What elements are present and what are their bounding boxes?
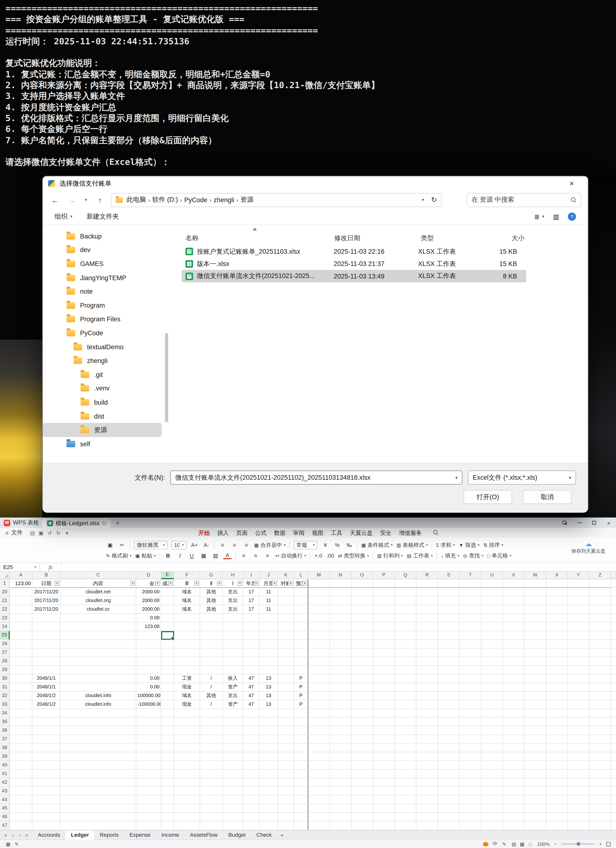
- cell-V33[interactable]: [503, 700, 524, 709]
- cell-Q35[interactable]: [395, 718, 416, 726]
- cell-N30[interactable]: [330, 675, 352, 683]
- cell-F27[interactable]: [174, 648, 200, 657]
- input-mode-icon[interactable]: 中: [492, 841, 498, 848]
- cell-D29[interactable]: [136, 666, 161, 675]
- cell-B42[interactable]: [33, 778, 61, 787]
- cell-F26[interactable]: [174, 640, 200, 648]
- cell-I40[interactable]: [243, 761, 259, 769]
- col-header-G[interactable]: G: [200, 572, 223, 579]
- cell-M38[interactable]: [308, 744, 330, 752]
- menu-开始[interactable]: 开始: [195, 528, 214, 538]
- cell-I45[interactable]: [243, 804, 259, 813]
- cell-J39[interactable]: [260, 752, 278, 761]
- cell-D21[interactable]: 2000.00: [136, 596, 161, 605]
- cell-K45[interactable]: [278, 804, 294, 813]
- cell-V22[interactable]: [503, 605, 524, 614]
- font-size-combo[interactable]: 10▾: [171, 541, 187, 549]
- cell-C35[interactable]: [61, 718, 136, 726]
- cell-D41[interactable]: [136, 769, 161, 778]
- filter-dropdown-icon[interactable]: ▾: [168, 581, 173, 586]
- menu-插入[interactable]: 插入: [213, 528, 232, 538]
- cell-W23[interactable]: [524, 614, 546, 623]
- cell-F44[interactable]: [174, 796, 200, 804]
- cell-W44[interactable]: [524, 796, 546, 804]
- cell-O30[interactable]: [352, 675, 373, 683]
- row-header-37[interactable]: 37: [0, 735, 10, 744]
- cell-Z37[interactable]: [589, 735, 611, 744]
- breadcrumb-item[interactable]: 此电脑: [125, 195, 147, 205]
- cell-G28[interactable]: [200, 657, 223, 666]
- col-header-O[interactable]: O: [352, 572, 373, 579]
- cell-I20[interactable]: 17: [243, 588, 259, 596]
- merge-center-button[interactable]: ▦合并居中▾: [254, 541, 285, 549]
- cell-C30[interactable]: [61, 675, 136, 683]
- filter-dropdown-icon[interactable]: ▾: [55, 581, 59, 586]
- forward-button[interactable]: →: [66, 196, 78, 204]
- cell-Q30[interactable]: [395, 675, 416, 683]
- cloud-save-button[interactable]: ☁ 保存到天翼云盘: [569, 540, 608, 555]
- cell-O20[interactable]: [352, 588, 373, 596]
- cell-Z20[interactable]: [589, 588, 611, 596]
- align-bottom-icon[interactable]: ≡: [242, 542, 250, 548]
- cell-B35[interactable]: [33, 718, 61, 726]
- cell-I21[interactable]: 17: [243, 596, 259, 605]
- new-folder-button[interactable]: 新建文件夹: [87, 212, 119, 221]
- cell-P33[interactable]: [373, 700, 395, 709]
- cell-D43[interactable]: [136, 787, 161, 796]
- cell-O26[interactable]: [352, 640, 373, 648]
- cell-J35[interactable]: [260, 718, 278, 726]
- cell-B28[interactable]: [33, 657, 61, 666]
- cell-Y39[interactable]: [568, 752, 589, 761]
- increase-font-icon[interactable]: A+: [190, 542, 198, 548]
- cell-C42[interactable]: [61, 778, 136, 787]
- cell-R27[interactable]: [416, 648, 438, 657]
- cell-L38[interactable]: [294, 744, 308, 752]
- macro-record-icon[interactable]: ✎: [14, 841, 19, 847]
- cell-N44[interactable]: [330, 796, 352, 804]
- cell-O36[interactable]: [352, 726, 373, 735]
- cell-P34[interactable]: [373, 709, 395, 718]
- cell-S41[interactable]: [438, 769, 460, 778]
- cell-V29[interactable]: [503, 666, 524, 675]
- row-header-25[interactable]: 25: [0, 631, 10, 640]
- help-button[interactable]: ?: [568, 212, 576, 221]
- cell-M37[interactable]: [308, 735, 330, 744]
- cell-A45[interactable]: [10, 804, 32, 813]
- cell-W33[interactable]: [524, 700, 546, 709]
- cell-K1[interactable]: 对账▾: [278, 579, 294, 588]
- cell-D35[interactable]: [136, 718, 161, 726]
- cell-L22[interactable]: [294, 605, 308, 614]
- cell-C28[interactable]: [61, 657, 136, 666]
- layout-switch-button[interactable]: [558, 517, 572, 528]
- cell-H33[interactable]: 资产: [223, 700, 243, 709]
- col-header-H[interactable]: H: [223, 572, 243, 579]
- cell-I32[interactable]: 47: [243, 692, 259, 700]
- cell-R29[interactable]: [416, 666, 438, 675]
- cell-P1[interactable]: [373, 579, 395, 588]
- back-button[interactable]: ←: [49, 196, 61, 204]
- cell-S31[interactable]: [438, 683, 460, 692]
- cell-L25[interactable]: [294, 631, 308, 640]
- cell-V45[interactable]: [503, 804, 524, 813]
- cell-N26[interactable]: [330, 640, 352, 648]
- cell-U34[interactable]: [481, 709, 503, 718]
- cell-O33[interactable]: [352, 700, 373, 709]
- cell-G35[interactable]: [200, 718, 223, 726]
- cell-F42[interactable]: [174, 778, 200, 787]
- cell-Z33[interactable]: [589, 700, 611, 709]
- cell-T39[interactable]: [460, 752, 481, 761]
- cell-R24[interactable]: [416, 623, 438, 631]
- cell-Q34[interactable]: [395, 709, 416, 718]
- cell-V46[interactable]: [503, 813, 524, 821]
- cell-E30[interactable]: [161, 675, 174, 683]
- cell-M23[interactable]: [308, 614, 330, 623]
- sum-button[interactable]: Σ求和▾: [436, 541, 455, 549]
- align-middle-icon[interactable]: ≡: [230, 542, 238, 548]
- tree-scrollbar[interactable]: [164, 225, 169, 463]
- cell-P24[interactable]: [373, 623, 395, 631]
- row-header-39[interactable]: 39: [0, 752, 10, 761]
- row-header-32[interactable]: 32: [0, 692, 10, 700]
- cell-R23[interactable]: [416, 614, 438, 623]
- cell-J31[interactable]: 13: [260, 683, 278, 692]
- cell-V27[interactable]: [503, 648, 524, 657]
